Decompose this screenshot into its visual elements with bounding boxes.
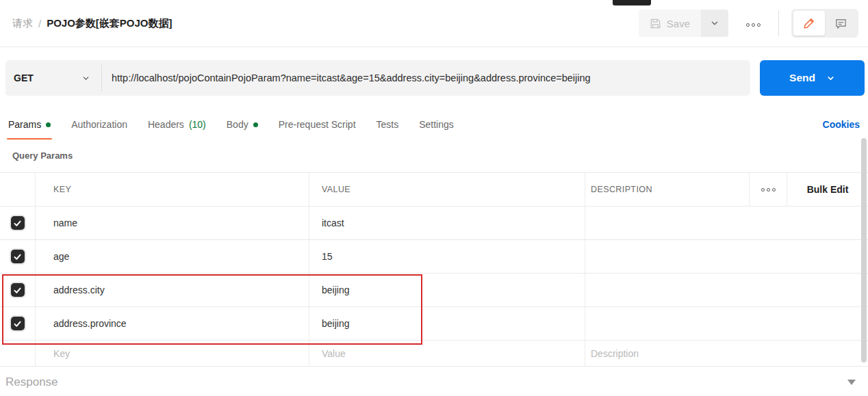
url-input[interactable] — [102, 60, 750, 96]
request-header: 请求 / POJO参数[嵌套POJO数据] Save — [0, 0, 868, 47]
header-description-cell: DESCRIPTION — [585, 173, 750, 206]
param-value[interactable]: beijing — [322, 285, 349, 295]
edit-comment-toggle — [791, 9, 858, 38]
row-checkbox-checked[interactable] — [11, 317, 25, 330]
edit-mode-button[interactable] — [793, 11, 825, 36]
response-section-header: Response — [0, 368, 868, 396]
breadcrumb-collection[interactable]: 请求 — [12, 17, 33, 30]
more-options-button[interactable] — [745, 13, 762, 34]
new-key-input[interactable] — [53, 348, 296, 359]
request-workspace: 请求 / POJO参数[嵌套POJO数据] Save — [0, 0, 868, 396]
row-select-cell — [0, 341, 36, 366]
chevron-down-icon — [826, 74, 835, 83]
chevron-down-icon — [81, 74, 90, 83]
floppy-disk-icon — [650, 18, 661, 29]
tab-tests-label: Tests — [376, 119, 399, 130]
method-label: GET — [14, 72, 34, 83]
param-key[interactable]: address.province — [53, 318, 127, 329]
tab-settings[interactable]: Settings — [419, 109, 454, 140]
chevron-down-icon — [710, 18, 719, 28]
row-select-cell — [0, 307, 36, 340]
request-tabs: Params Authorization Headers (10) Body P… — [8, 109, 860, 140]
tab-params-label: Params — [8, 119, 41, 130]
param-row-address-province: address.province beijing — [0, 307, 868, 341]
param-value[interactable]: beijing — [322, 318, 349, 329]
headers-count-badge: (10) — [189, 119, 206, 130]
param-description[interactable] — [585, 240, 868, 273]
three-dots-icon — [761, 188, 776, 192]
send-button-label: Send — [789, 72, 815, 84]
save-button-group: Save — [639, 10, 728, 37]
pencil-icon — [803, 17, 815, 29]
tab-body-label: Body — [227, 119, 248, 130]
query-params-table: KEY VALUE DESCRIPTION Bulk Edit name i — [0, 172, 868, 367]
tab-pre-request-script-label: Pre-request Script — [279, 119, 356, 130]
param-row-address-city: address.city beijing — [0, 274, 868, 307]
green-dot-icon — [46, 122, 51, 127]
url-bar: GET — [5, 60, 750, 96]
tab-authorization-label: Authorization — [71, 119, 127, 130]
param-description[interactable] — [585, 274, 868, 306]
vertical-scrollbar-thumb[interactable] — [861, 138, 867, 362]
speech-bubble-icon — [834, 17, 847, 30]
row-select-cell — [0, 274, 36, 306]
tab-body[interactable]: Body — [227, 109, 258, 140]
bulk-edit-cell: Bulk Edit — [787, 173, 868, 206]
new-param-row — [0, 341, 868, 367]
tooltip-remnant — [613, 0, 651, 5]
column-options-button[interactable] — [750, 173, 787, 206]
tab-tests[interactable]: Tests — [376, 109, 399, 140]
row-checkbox-checked[interactable] — [11, 250, 25, 263]
param-key[interactable]: name — [53, 217, 77, 228]
three-dots-icon — [746, 23, 761, 27]
param-key[interactable]: age — [53, 251, 69, 262]
header-actions: Save — [639, 9, 858, 38]
response-title: Response — [5, 375, 58, 389]
tab-pre-request-script[interactable]: Pre-request Script — [279, 109, 356, 140]
header-key-cell: KEY — [36, 173, 309, 206]
breadcrumb-separator: / — [38, 18, 41, 29]
param-value[interactable]: 15 — [322, 251, 333, 262]
row-select-cell — [0, 240, 36, 273]
comment-button[interactable] — [825, 11, 856, 36]
param-value[interactable]: itcast — [322, 217, 344, 228]
save-button-label: Save — [667, 18, 690, 29]
value-column-header: VALUE — [322, 185, 350, 194]
save-button[interactable]: Save — [639, 10, 701, 37]
row-checkbox-checked[interactable] — [11, 283, 25, 297]
param-key[interactable]: address.city — [53, 285, 105, 295]
save-menu-button[interactable] — [701, 10, 728, 37]
method-selector[interactable]: GET — [5, 60, 101, 96]
tab-headers-label: Headers — [148, 119, 184, 130]
send-button[interactable]: Send — [760, 60, 865, 96]
new-description-input[interactable] — [591, 348, 854, 359]
collapse-triangle-icon[interactable] — [847, 380, 856, 385]
bulk-edit-button[interactable]: Bulk Edit — [807, 184, 849, 195]
new-value-input[interactable] — [322, 348, 572, 359]
key-column-header: KEY — [53, 185, 71, 194]
tab-settings-label: Settings — [419, 119, 454, 130]
cookies-link[interactable]: Cookies — [823, 119, 860, 130]
row-checkbox-checked[interactable] — [11, 216, 25, 230]
table-header-row: KEY VALUE DESCRIPTION Bulk Edit — [0, 172, 868, 207]
param-description[interactable] — [585, 207, 868, 239]
header-value-cell: VALUE — [309, 173, 585, 206]
green-dot-icon — [253, 122, 258, 127]
tab-headers[interactable]: Headers (10) — [148, 109, 206, 140]
header-select-cell — [0, 173, 36, 206]
param-row-age: age 15 — [0, 240, 868, 274]
tab-params[interactable]: Params — [8, 109, 51, 140]
row-select-cell — [0, 207, 36, 239]
query-params-title: Query Params — [12, 150, 73, 161]
request-title[interactable]: POJO参数[嵌套POJO数据] — [47, 17, 172, 30]
description-column-header: DESCRIPTION — [591, 185, 652, 194]
param-row-name: name itcast — [0, 207, 868, 240]
header-divider — [778, 10, 779, 36]
tab-authorization[interactable]: Authorization — [71, 109, 127, 140]
param-description[interactable] — [585, 307, 868, 340]
breadcrumb: 请求 / POJO参数[嵌套POJO数据] — [12, 17, 173, 30]
